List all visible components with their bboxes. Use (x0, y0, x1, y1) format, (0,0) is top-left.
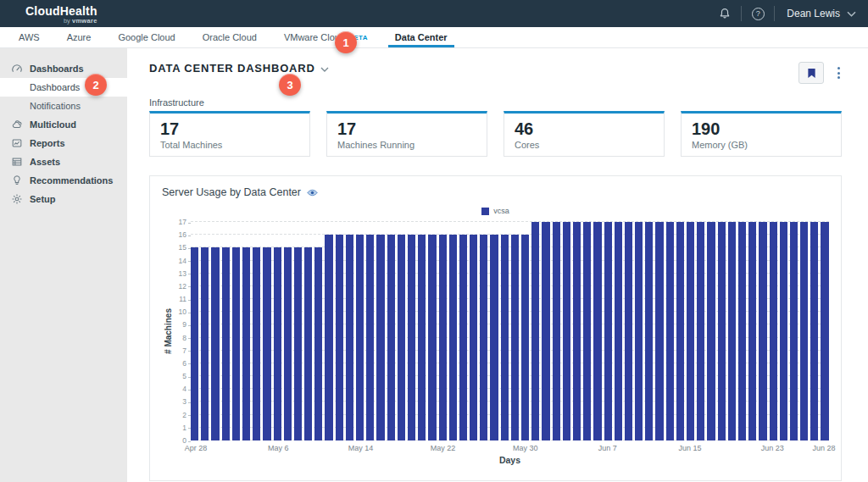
bar-may-4[interactable] (253, 247, 260, 440)
bar-jun-16[interactable] (697, 222, 704, 440)
bar-may-7[interactable] (284, 247, 292, 440)
bar-may-14[interactable] (356, 235, 364, 440)
sidebar-item-assets[interactable]: Assets (0, 152, 127, 171)
bar-jun-5[interactable] (583, 222, 591, 440)
bar-jun-19[interactable] (728, 222, 736, 440)
user-name: Dean Lewis (787, 8, 840, 19)
bar-may-24[interactable] (459, 235, 467, 440)
x-tick-label: May 30 (513, 444, 538, 452)
kebab-menu-button[interactable] (836, 65, 842, 80)
notifications-bell-button[interactable] (709, 0, 741, 27)
bar-may-30[interactable] (521, 235, 529, 440)
bar-may-22[interactable] (439, 235, 447, 440)
bar-jun-23[interactable] (770, 222, 777, 440)
sidebar-item-recommendations[interactable]: Recommendations (0, 171, 127, 190)
bar-may-27[interactable] (490, 235, 498, 440)
bar-jun-8[interactable] (615, 222, 622, 440)
bar-jun-17[interactable] (707, 222, 715, 440)
y-tick-label: 9 (182, 320, 186, 329)
bar-may-20[interactable] (418, 235, 426, 440)
bar-jun-27[interactable] (810, 222, 818, 440)
bar-jun-4[interactable] (573, 222, 581, 440)
bar-may-10[interactable] (314, 247, 322, 440)
tab-oracle-cloud[interactable]: Oracle Cloud (189, 27, 270, 47)
legend-item-vcsa[interactable]: vcsa (481, 207, 509, 215)
bookmark-button[interactable] (798, 62, 824, 84)
bar-jun-24[interactable] (780, 222, 787, 440)
bar-may-19[interactable] (408, 235, 415, 440)
legend-swatch (481, 208, 489, 215)
bar-jun-3[interactable] (563, 222, 570, 440)
bar-may-6[interactable] (274, 247, 281, 440)
bar-may-5[interactable] (263, 247, 270, 440)
y-tick-label: 2 (182, 411, 186, 419)
bar-jun-21[interactable] (748, 222, 756, 440)
bar-may-29[interactable] (511, 235, 519, 440)
bar-jun-9[interactable] (625, 222, 632, 440)
bar-may-17[interactable] (387, 235, 395, 440)
bar-jun-11[interactable] (645, 222, 653, 440)
bar-jun-18[interactable] (718, 222, 726, 440)
bar-jun-6[interactable] (593, 222, 601, 440)
tab-azure[interactable]: Azure (53, 27, 105, 47)
bar-jun-1[interactable] (542, 222, 549, 440)
bar-may-25[interactable] (470, 235, 477, 440)
dashboard-selector-caret-icon[interactable] (320, 67, 329, 72)
sidebar-item-label: Reports (30, 138, 65, 148)
bar-may-28[interactable] (501, 235, 509, 440)
bar-jun-25[interactable] (790, 222, 798, 440)
sidebar-item-multicloud[interactable]: Multicloud (0, 115, 127, 134)
tab-vmware-cloud[interactable]: VMware CloudBETA (270, 27, 381, 47)
bar-may-8[interactable] (294, 247, 302, 440)
logo-title: CloudHealth (25, 5, 97, 17)
tab-data-center[interactable]: Data Center (381, 27, 461, 47)
bar-apr-30[interactable] (211, 247, 219, 440)
bar-jun-15[interactable] (687, 222, 694, 440)
tab-aws[interactable]: AWS (5, 27, 53, 47)
bar-may-11[interactable] (325, 235, 332, 440)
bar-may-23[interactable] (449, 235, 457, 440)
bar-jun-13[interactable] (666, 222, 674, 440)
bar-jun-20[interactable] (738, 222, 746, 440)
page-title-row: DATA CENTER DASHBOARD (149, 62, 329, 75)
bar-apr-28[interactable] (191, 247, 198, 440)
bar-jun-26[interactable] (800, 222, 808, 440)
stat-label: Machines Running (337, 140, 476, 150)
sidebar-item-label: Dashboards (30, 82, 80, 92)
bar-jun-22[interactable] (759, 222, 766, 440)
bar-may-1[interactable] (222, 247, 230, 440)
tab-google-cloud[interactable]: Google Cloud (104, 27, 188, 47)
bar-may-16[interactable] (376, 235, 384, 440)
bar-jun-28[interactable] (821, 222, 828, 440)
bar-may-18[interactable] (398, 235, 405, 440)
sidebar-item-dashboards[interactable]: Dashboards (0, 78, 127, 97)
bar-may-15[interactable] (366, 235, 374, 440)
bar-may-31[interactable] (531, 222, 539, 440)
user-menu[interactable]: Dean Lewis (787, 8, 856, 19)
sidebar-item-notifications[interactable]: Notifications (0, 97, 127, 115)
bar-may-13[interactable] (346, 235, 353, 440)
chart-body: # Machines 01234567891011121314151617 (162, 222, 829, 440)
bar-may-12[interactable] (336, 235, 343, 440)
bar-jun-12[interactable] (655, 222, 663, 440)
sidebar-item-dashboards[interactable]: Dashboards (0, 59, 127, 78)
bar-jun-10[interactable] (635, 222, 643, 440)
bar-may-3[interactable] (242, 247, 250, 440)
bar-jun-7[interactable] (604, 222, 612, 440)
eye-icon[interactable] (307, 189, 318, 197)
help-button[interactable] (742, 0, 774, 27)
bar-may-9[interactable] (304, 247, 312, 440)
sidebar-item-setup[interactable]: Setup (0, 190, 127, 208)
bar-jun-2[interactable] (553, 222, 560, 440)
y-tick-label: 16 (179, 230, 186, 239)
stat-card-cores: 46Cores (504, 111, 665, 157)
bar-may-26[interactable] (480, 235, 487, 440)
bar-jun-14[interactable] (676, 222, 684, 440)
sidebar-item-label: Notifications (30, 101, 81, 111)
bar-apr-29[interactable] (201, 247, 209, 440)
sidebar-nav: DashboardsDashboardsNotificationsMulticl… (0, 48, 127, 482)
bar-may-21[interactable] (428, 235, 436, 440)
sidebar-item-reports[interactable]: Reports (0, 134, 127, 152)
chevron-down-icon (847, 11, 856, 17)
bar-may-2[interactable] (232, 247, 240, 440)
